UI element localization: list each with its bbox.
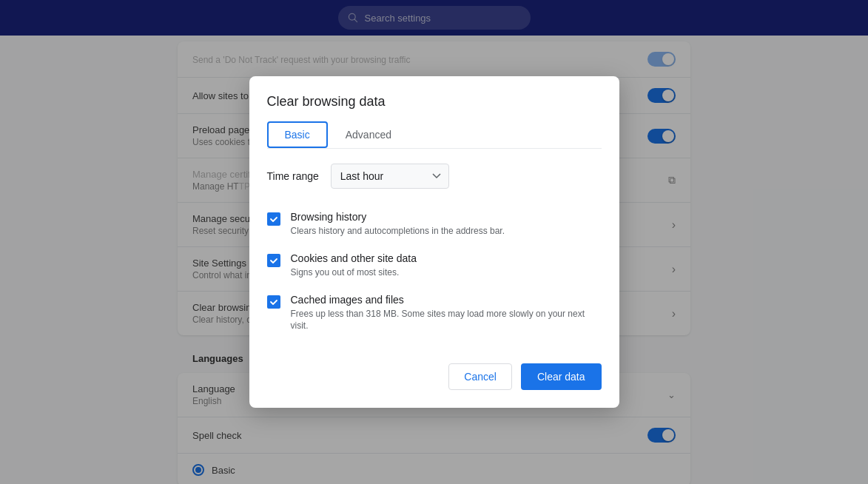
dialog-title: Clear browsing data xyxy=(249,76,619,121)
checkbox-row-cache: Cached images and files Frees up less th… xyxy=(267,286,602,340)
checkbox-cookies-wrap[interactable] xyxy=(267,254,280,267)
cookies-sub-label: Signs you out of most sites. xyxy=(291,266,602,279)
checkbox-list: Browsing history Clears history and auto… xyxy=(249,198,619,346)
history-main-label: Browsing history xyxy=(291,211,602,223)
checkbox-cookies[interactable] xyxy=(267,254,280,267)
check-icon-cookies xyxy=(269,256,278,265)
tab-advanced[interactable]: Advanced xyxy=(328,121,409,148)
clear-browsing-dialog: Clear browsing data Basic Advanced Time … xyxy=(249,76,619,408)
time-range-select[interactable]: Last hour Last 24 hours Last 7 days Last… xyxy=(331,164,449,189)
checkbox-history[interactable] xyxy=(267,212,280,226)
time-range-label: Time range xyxy=(267,170,319,182)
cookies-main-label: Cookies and other site data xyxy=(291,252,602,264)
checkbox-text-history: Browsing history Clears history and auto… xyxy=(291,211,602,238)
cache-sub-label: Frees up less than 318 MB. Some sites ma… xyxy=(291,308,602,333)
time-range-row: Time range Last hour Last 24 hours Last … xyxy=(249,149,619,198)
tab-basic[interactable]: Basic xyxy=(267,121,328,148)
modal-backdrop: Clear browsing data Basic Advanced Time … xyxy=(0,0,868,484)
cache-main-label: Cached images and files xyxy=(291,294,602,306)
check-icon-history xyxy=(269,215,278,223)
checkbox-cache-wrap[interactable] xyxy=(267,295,280,309)
check-icon-cache xyxy=(269,298,278,306)
checkbox-text-cache: Cached images and files Frees up less th… xyxy=(291,294,602,333)
checkbox-row-cookies: Cookies and other site data Signs you ou… xyxy=(267,245,602,286)
checkbox-cache[interactable] xyxy=(267,295,280,309)
dialog-footer: Cancel Clear data xyxy=(249,352,619,408)
checkbox-row-history: Browsing history Clears history and auto… xyxy=(267,204,602,245)
clear-data-button[interactable]: Clear data xyxy=(521,363,602,390)
checkbox-text-cookies: Cookies and other site data Signs you ou… xyxy=(291,252,602,279)
history-sub-label: Clears history and autocompletions in th… xyxy=(291,225,602,238)
cancel-button[interactable]: Cancel xyxy=(448,363,512,390)
checkbox-history-wrap[interactable] xyxy=(267,212,280,226)
dialog-tabs: Basic Advanced xyxy=(267,121,602,149)
